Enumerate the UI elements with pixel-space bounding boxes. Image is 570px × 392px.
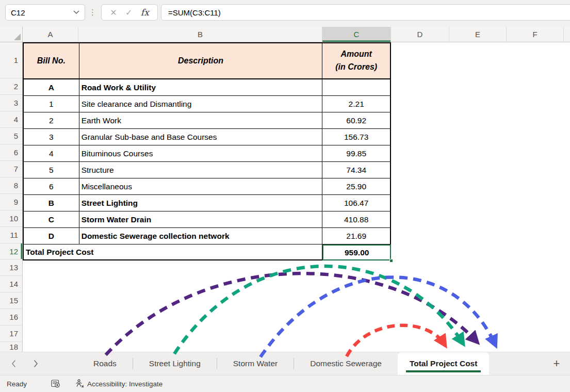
insert-function-icon[interactable]: fx bbox=[141, 7, 149, 18]
row-header-8[interactable]: 8 bbox=[0, 177, 22, 194]
bill-cell[interactable]: 2 bbox=[24, 112, 79, 129]
sheet-tab-total-project-cost[interactable]: Total Project Cost bbox=[398, 352, 489, 375]
name-box-value: C12 bbox=[11, 8, 25, 17]
table-row: 4 Bituminous Courses 99.85 bbox=[24, 145, 391, 162]
worksheet-table: Bill No. Description Amount (in Crores) … bbox=[23, 42, 391, 260]
prev-sheet-button[interactable] bbox=[4, 352, 23, 375]
row-header-11[interactable]: 11 bbox=[0, 227, 22, 243]
description-cell[interactable]: Site clearance and Dismantling bbox=[79, 96, 323, 112]
row-header-7[interactable]: 7 bbox=[0, 161, 22, 177]
total-label-cell[interactable]: Total Project Cost bbox=[24, 244, 322, 260]
cancel-icon[interactable]: ✕ bbox=[110, 8, 117, 18]
total-row: Total Project Cost 959.00 bbox=[24, 244, 391, 260]
column-header-d[interactable]: D bbox=[391, 27, 449, 42]
bill-cell[interactable]: 5 bbox=[24, 162, 79, 178]
sheet-tab-roads[interactable]: Roads bbox=[77, 352, 133, 375]
bill-cell[interactable]: B bbox=[24, 195, 79, 211]
fill-handle[interactable] bbox=[389, 259, 393, 263]
row-header-15[interactable]: 15 bbox=[0, 292, 22, 309]
row-header-1[interactable]: 1 bbox=[0, 42, 22, 78]
status-bar: Ready Accessibility: Investigate bbox=[0, 375, 570, 392]
header-amount-cell[interactable]: Amount (in Crores) bbox=[322, 43, 391, 79]
header-bill-no-cell[interactable]: Bill No. bbox=[24, 43, 79, 79]
macro-record-icon[interactable] bbox=[51, 380, 61, 388]
formula-value: =SUM(C3:C11) bbox=[168, 8, 221, 17]
column-headers: A B C D E F bbox=[0, 27, 570, 42]
row-header-14[interactable]: 14 bbox=[0, 276, 22, 292]
arrow-street-lighting-to-total bbox=[174, 266, 463, 354]
excel-window: C12 ⋮ ✕ ✓ fx =SUM(C3:C11) A B C D E F 1 … bbox=[0, 0, 570, 392]
formula-input[interactable]: =SUM(C3:C11) bbox=[161, 4, 570, 21]
column-header-c[interactable]: C bbox=[322, 27, 391, 42]
table-row: 6 Miscellaneous 25.90 bbox=[24, 178, 391, 195]
amount-cell[interactable]: 25.90 bbox=[322, 178, 391, 195]
header-description-cell[interactable]: Description bbox=[79, 43, 323, 79]
column-header-e[interactable]: E bbox=[449, 27, 507, 42]
next-sheet-button[interactable] bbox=[27, 352, 45, 375]
select-all-triangle-icon bbox=[14, 34, 21, 40]
selected-cell-c12[interactable]: 959.00 bbox=[322, 244, 391, 260]
row-header-9[interactable]: 9 bbox=[0, 194, 22, 210]
description-cell[interactable]: Earth Work bbox=[79, 112, 323, 129]
sheet-tab-storm-water[interactable]: Storm Water bbox=[217, 352, 294, 375]
description-cell[interactable]: Structure bbox=[79, 162, 323, 178]
description-cell[interactable]: Street Lighting bbox=[79, 195, 323, 211]
description-cell[interactable]: Granular Sub-base and Base Courses bbox=[79, 129, 323, 145]
row-header-17[interactable]: 17 bbox=[0, 325, 22, 342]
bill-cell[interactable]: D bbox=[24, 228, 79, 244]
amount-cell[interactable]: 21.69 bbox=[322, 228, 391, 244]
chevron-down-icon[interactable] bbox=[73, 10, 79, 14]
row-header-16[interactable]: 16 bbox=[0, 309, 22, 325]
row-header-2[interactable]: 2 bbox=[0, 78, 22, 95]
column-header-f[interactable]: F bbox=[507, 27, 564, 42]
select-all-corner[interactable] bbox=[0, 27, 23, 42]
bill-cell[interactable]: 3 bbox=[24, 129, 79, 145]
bill-cell[interactable]: 4 bbox=[24, 145, 79, 162]
amount-cell[interactable]: 106.47 bbox=[322, 195, 391, 211]
description-cell[interactable]: Road Work & Utility bbox=[79, 79, 323, 96]
row-header-4[interactable]: 4 bbox=[0, 111, 22, 128]
bill-cell[interactable]: A bbox=[24, 79, 79, 96]
row-header-12[interactable]: 12 bbox=[0, 243, 22, 259]
more-options-icon[interactable]: ⋮ bbox=[89, 4, 96, 21]
table-header-row: Bill No. Description Amount (in Crores) bbox=[24, 43, 391, 79]
sheet-tab-street-lighting[interactable]: Street Lighting bbox=[133, 352, 217, 375]
description-cell[interactable]: Miscellaneous bbox=[79, 178, 323, 195]
column-header-b[interactable]: B bbox=[78, 27, 322, 42]
sheet-tab-domestic-sewerage[interactable]: Domestic Sewerage bbox=[294, 352, 398, 375]
name-box[interactable]: C12 bbox=[5, 4, 85, 21]
description-cell[interactable]: Storm Water Drain bbox=[79, 211, 323, 228]
amount-cell[interactable] bbox=[322, 79, 391, 96]
bill-cell[interactable]: 6 bbox=[24, 178, 79, 195]
table-row: 2 Earth Work 60.92 bbox=[24, 112, 391, 129]
add-sheet-button[interactable]: + bbox=[543, 352, 570, 375]
amount-cell[interactable]: 2.21 bbox=[322, 96, 391, 112]
table-row: 5 Structure 74.34 bbox=[24, 162, 391, 178]
table-row: C Storm Water Drain 410.88 bbox=[24, 211, 391, 228]
accessibility-status[interactable]: Accessibility: Investigate bbox=[75, 379, 162, 388]
formula-buttons: ✕ ✓ fx bbox=[101, 4, 158, 21]
enter-icon[interactable]: ✓ bbox=[125, 8, 132, 18]
row-headers: 1 2 3 4 5 6 7 8 9 10 11 12 13 14 15 16 1… bbox=[0, 42, 23, 352]
row-header-3[interactable]: 3 bbox=[0, 95, 22, 111]
row-header-10[interactable]: 10 bbox=[0, 210, 22, 227]
row-header-5[interactable]: 5 bbox=[0, 128, 22, 144]
row-header-18[interactable]: 18 bbox=[0, 342, 22, 352]
amount-cell[interactable]: 410.88 bbox=[322, 211, 391, 228]
row-header-13[interactable]: 13 bbox=[0, 259, 22, 276]
description-cell[interactable]: Bituminous Courses bbox=[79, 145, 323, 162]
row-header-6[interactable]: 6 bbox=[0, 144, 22, 161]
bill-cell[interactable]: C bbox=[24, 211, 79, 228]
column-header-a[interactable]: A bbox=[23, 27, 78, 42]
column-header-partial[interactable] bbox=[564, 27, 570, 42]
accessibility-status-label: Accessibility: Investigate bbox=[87, 380, 162, 388]
description-cell[interactable]: Domestic Sewerage collection network bbox=[79, 228, 323, 244]
arrow-storm-water-to-total bbox=[260, 277, 495, 357]
bill-cell[interactable]: 1 bbox=[24, 96, 79, 112]
arrow-roads-to-total bbox=[106, 273, 477, 355]
amount-cell[interactable]: 156.73 bbox=[322, 129, 391, 145]
amount-cell[interactable]: 60.92 bbox=[322, 112, 391, 129]
total-amount-value: 959.00 bbox=[345, 248, 369, 257]
amount-cell[interactable]: 99.85 bbox=[322, 145, 391, 162]
amount-cell[interactable]: 74.34 bbox=[322, 162, 391, 178]
